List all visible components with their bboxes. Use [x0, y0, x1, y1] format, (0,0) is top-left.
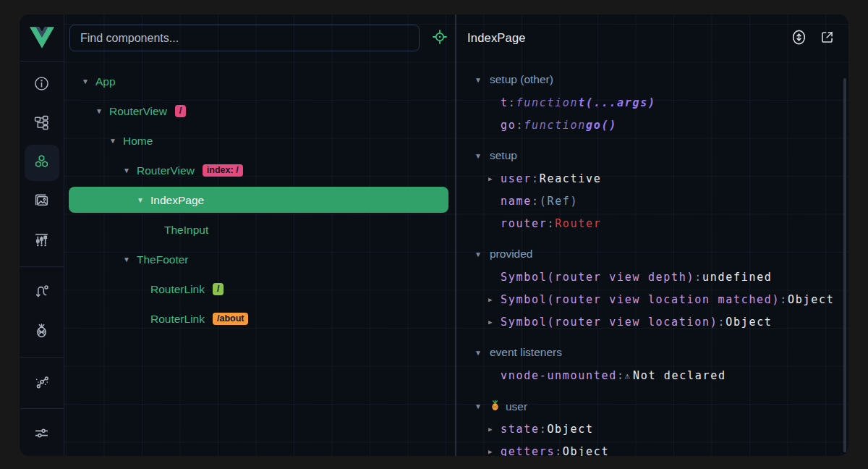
sidebar-item-graph[interactable] [25, 365, 59, 401]
state-value: Router [555, 217, 601, 230]
sidebar-item-settings[interactable] [25, 416, 59, 452]
tree-row-theinput[interactable]: TheInput [64, 215, 455, 245]
state-value: ⚠ [625, 371, 630, 381]
search-input[interactable] [69, 25, 420, 51]
caret-right-icon[interactable]: ▶ [488, 296, 501, 303]
state-value: go() [586, 119, 617, 132]
tree-row-routerview[interactable]: ▼RouterView/ [64, 96, 455, 126]
state-section: ▼user▶state : Object▶getters : Object [475, 394, 848, 456]
state-row: vnode-unmounted : ⚠Not declared [488, 364, 848, 386]
component-label: RouterLink [150, 283, 205, 296]
section-header[interactable]: ▼event listeners [475, 341, 848, 364]
component-label: App [95, 75, 116, 88]
tree-row-routerlink[interactable]: RouterLink/about [64, 304, 455, 334]
caret-down-icon[interactable]: ▼ [475, 76, 490, 84]
state-row[interactable]: ▶Symbol(router view location) : Object [488, 310, 848, 333]
state-value: Not declared [633, 369, 726, 382]
tree-row-app[interactable]: ▼App [64, 67, 455, 96]
section-rows: t : function t(...args)go : function go(… [475, 91, 848, 136]
open-in-editor-button[interactable] [818, 30, 835, 47]
inspector-header: IndexPage [456, 14, 848, 62]
tree-toolbar [64, 14, 455, 62]
tree-row-indexpage[interactable]: ▼IndexPage [64, 185, 455, 215]
selected-row-highlight [69, 187, 448, 213]
caret-right-icon[interactable]: ▶ [488, 448, 501, 455]
caret-down-icon[interactable]: ▼ [95, 107, 109, 115]
route-badge: index: / [203, 164, 243, 177]
component-label: Home [123, 135, 153, 148]
caret-down-icon[interactable]: ▼ [123, 166, 137, 174]
key-value-separator: : [780, 293, 788, 306]
section-header[interactable]: ▼user [475, 394, 848, 418]
state-value: function [516, 96, 578, 109]
section-header[interactable]: ▼provided [475, 242, 848, 266]
key-value-separator: : [555, 445, 563, 457]
caret-down-icon[interactable]: ▼ [82, 77, 95, 85]
section-title: user [490, 399, 527, 413]
state-value: t(...args) [578, 96, 655, 109]
component-label: RouterView [137, 164, 195, 177]
caret-down-icon[interactable]: ▼ [123, 255, 137, 263]
route-badge: /about [213, 313, 249, 326]
tree-row-routerlink[interactable]: RouterLink/ [64, 274, 455, 304]
caret-down-icon[interactable]: ▼ [137, 196, 150, 204]
caret-down-icon[interactable]: ▼ [475, 250, 490, 258]
tree-row-thefooter[interactable]: ▼TheFooter [64, 245, 455, 274]
caret-down-icon[interactable]: ▼ [475, 152, 490, 160]
tree-row-home[interactable]: ▼Home [64, 126, 455, 156]
sidebar-item-router[interactable] [25, 274, 59, 310]
state-value: Object [788, 293, 834, 306]
key-value-separator: : [509, 96, 516, 109]
pinia-icon [33, 322, 50, 342]
sidebar-item-timeline[interactable] [25, 223, 59, 259]
sidebar-item-pages[interactable] [25, 106, 59, 142]
caret-down-icon[interactable]: ▼ [475, 349, 490, 357]
sidebar-divider [20, 266, 64, 267]
section-header[interactable]: ▼setup [475, 144, 848, 167]
sidebar-item-components[interactable] [25, 145, 59, 181]
pineapple-icon [490, 401, 501, 413]
state-row[interactable]: ▶getters : Object [488, 440, 848, 456]
route-badge: / [175, 105, 186, 118]
state-row: t : function t(...args) [488, 91, 848, 114]
route-badge: / [213, 283, 224, 296]
scrollbar[interactable] [843, 78, 846, 452]
section-header[interactable]: ▼setup (other) [475, 68, 848, 91]
caret-right-icon[interactable]: ▶ [488, 426, 501, 433]
caret-down-icon[interactable]: ▼ [109, 137, 123, 145]
scroll-to-component-button[interactable] [790, 30, 807, 47]
component-picker-button[interactable] [429, 28, 451, 49]
scroll-to-component-icon [791, 29, 807, 48]
main-area: ▼App▼RouterView/▼Home▼RouterViewindex: /… [64, 14, 848, 456]
hierarchy-icon [33, 114, 50, 134]
tree-row-routerview[interactable]: ▼RouterViewindex: / [64, 156, 455, 185]
state-row[interactable]: ▶state : Object [488, 418, 848, 440]
key-value-separator: : [547, 217, 555, 230]
sidebar-item-pinia[interactable] [25, 313, 59, 350]
state-row: Symbol(router view depth) : undefined [488, 266, 848, 288]
state-row: name : (Ref) [488, 190, 848, 212]
state-section: ▼providedSymbol(router view depth) : und… [475, 242, 848, 333]
caret-down-icon[interactable]: ▼ [475, 402, 490, 410]
component-label: RouterLink [150, 313, 205, 326]
key-value-separator: : [532, 195, 540, 208]
component-tree-pane: ▼App▼RouterView/▼Home▼RouterViewindex: /… [64, 14, 456, 456]
state-key: user [501, 172, 532, 185]
sidebar-divider [20, 357, 64, 358]
target-icon [431, 28, 448, 48]
state-value: Reactive [540, 172, 602, 185]
state-row[interactable]: ▶user : Reactive [488, 167, 848, 190]
caret-right-icon[interactable]: ▶ [488, 175, 501, 182]
vue-devtools-window: ▼App▼RouterView/▼Home▼RouterViewindex: /… [20, 14, 848, 456]
state-row[interactable]: ▶Symbol(router view location matched) : … [488, 288, 848, 310]
caret-right-icon[interactable]: ▶ [488, 318, 501, 326]
assets-icon [33, 193, 50, 212]
section-title: provided [490, 248, 532, 261]
sidebar-item-overview[interactable] [25, 67, 59, 103]
sidebar-item-assets[interactable] [25, 184, 59, 220]
state-key: state [501, 423, 540, 436]
state-section: ▼event listenersvnode-unmounted : ⚠Not d… [475, 341, 848, 386]
component-label: TheFooter [137, 253, 189, 266]
state-key: Symbol(router view depth) [501, 271, 694, 284]
component-label: IndexPage [150, 194, 204, 207]
